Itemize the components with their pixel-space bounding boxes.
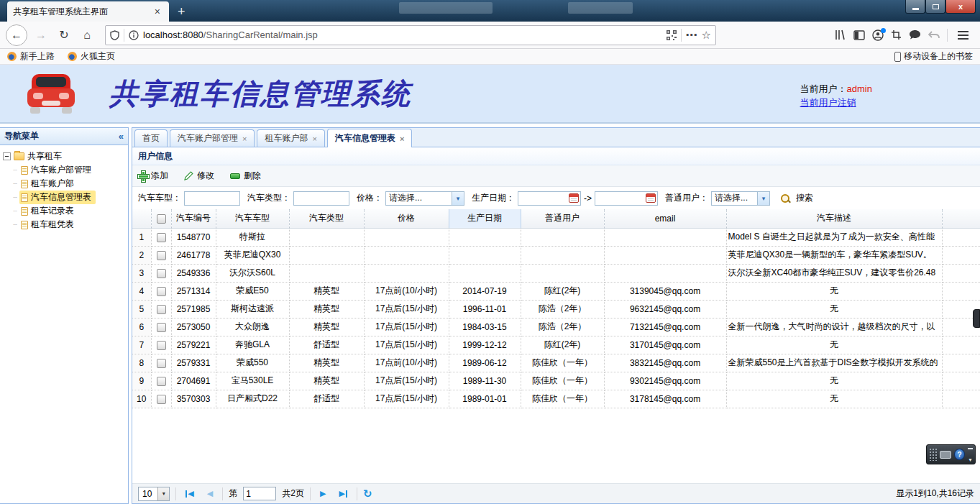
- mobile-bookmarks[interactable]: 移动设备上的书签: [894, 50, 973, 63]
- search-button[interactable]: 搜索: [796, 192, 813, 204]
- model-input[interactable]: [184, 191, 240, 206]
- user-select[interactable]: 请选择...▾: [711, 191, 770, 206]
- drag-handle-icon[interactable]: [929, 448, 937, 461]
- chevron-down-icon[interactable]: ▾: [757, 192, 769, 205]
- tab-close-icon[interactable]: ×: [242, 134, 247, 143]
- table-row[interactable]: 32549336沃尔沃S60L沃尔沃全新XC40都市豪华纯正SUV，建议零售价2…: [132, 264, 980, 282]
- content-tab[interactable]: 首页: [134, 129, 168, 147]
- sidebar-item[interactable]: ┄租车租凭表: [3, 218, 125, 232]
- col-header[interactable]: 汽车类型: [289, 209, 364, 228]
- table-row[interactable]: 22461778英菲尼迪QX30英菲尼迪QX30是一辆新型的车，豪华车紧凑型SU…: [132, 246, 980, 264]
- next-page-button[interactable]: ▶: [316, 489, 329, 498]
- sidebar-toggle-icon[interactable]: [853, 30, 865, 40]
- chevron-down-icon[interactable]: ▾: [452, 192, 464, 205]
- table-row[interactable]: 103570303日产厢式D22舒适型17点后(15/小时)1989-01-01…: [132, 390, 980, 408]
- checkbox-icon[interactable]: [157, 359, 166, 368]
- bookmark-item[interactable]: 新手上路: [7, 50, 55, 63]
- row-checkbox[interactable]: [151, 372, 171, 390]
- sidebar-item[interactable]: ┄租车账户部: [3, 177, 125, 191]
- undo-icon[interactable]: [928, 30, 940, 40]
- content-tab[interactable]: 汽车账户部管理×: [170, 129, 255, 147]
- ime-options-icon[interactable]: ▼: [968, 457, 973, 462]
- logout-link[interactable]: 当前用户注销: [800, 96, 872, 109]
- tab-close-icon[interactable]: ×: [312, 134, 316, 143]
- checkbox-icon[interactable]: [157, 269, 166, 278]
- browser-tab[interactable]: 共享租车管理系统主界面 ×: [7, 1, 169, 22]
- collapse-icon[interactable]: «: [119, 131, 124, 142]
- row-checkbox[interactable]: [151, 246, 171, 264]
- checkbox-icon[interactable]: [157, 214, 166, 224]
- forward-button[interactable]: →: [32, 26, 50, 45]
- delete-button[interactable]: 删除: [230, 170, 261, 182]
- row-checkbox[interactable]: [151, 282, 171, 300]
- refresh-icon[interactable]: ↻: [363, 487, 372, 500]
- col-header[interactable]: email: [604, 209, 726, 228]
- date-to-input[interactable]: [595, 191, 658, 206]
- first-page-button[interactable]: ◀: [182, 489, 197, 498]
- prev-page-button[interactable]: ◀: [203, 489, 216, 498]
- table-row[interactable]: 62573050大众朗逸精英型17点后(15/小时)1984-03-15陈浩（2…: [132, 318, 980, 336]
- date-from-input[interactable]: [518, 191, 581, 206]
- calendar-icon[interactable]: [569, 193, 579, 203]
- window-minimize-button[interactable]: [905, 0, 925, 14]
- last-page-button[interactable]: ▶: [335, 489, 350, 498]
- keyboard-icon[interactable]: [940, 451, 951, 459]
- sidebar-item[interactable]: ┄汽车信息管理表: [3, 191, 125, 204]
- col-header[interactable]: 汽车编号: [171, 209, 216, 228]
- row-checkbox[interactable]: [151, 228, 171, 246]
- checkbox-icon[interactable]: [157, 233, 166, 242]
- bookmark-item[interactable]: 火狐主页: [68, 50, 115, 63]
- edge-widget[interactable]: [973, 309, 980, 328]
- edit-button[interactable]: 修改: [184, 170, 214, 182]
- select-all-header[interactable]: [151, 209, 171, 228]
- table-row[interactable]: 42571314荣威E50精英型17点前(10/小时)2014-07-19陈红(…: [132, 282, 980, 300]
- ime-language-bar[interactable]: ? ▼: [926, 444, 976, 464]
- row-checkbox[interactable]: [151, 264, 171, 282]
- checkbox-icon[interactable]: [157, 395, 166, 404]
- row-checkbox[interactable]: [151, 336, 171, 354]
- back-button[interactable]: ←: [6, 24, 27, 46]
- row-checkbox[interactable]: [151, 318, 171, 336]
- calendar-icon[interactable]: [646, 193, 656, 203]
- col-header[interactable]: 生产日期: [449, 209, 521, 228]
- table-row[interactable]: 72579221奔驰GLA舒适型17点后(15/小时)1999-12-12陈红(…: [132, 336, 980, 354]
- url-bar[interactable]: localhost:8080/SharingCarRental/main.jsp…: [105, 25, 716, 45]
- table-row[interactable]: 52571985斯柯达速派精英型17点后(15/小时)1996-11-01陈浩（…: [132, 300, 980, 318]
- bookmark-star-icon[interactable]: ☆: [702, 29, 711, 42]
- menu-icon[interactable]: [955, 31, 971, 40]
- row-checkbox[interactable]: [151, 354, 171, 372]
- window-close-button[interactable]: x: [945, 0, 976, 14]
- new-tab-button[interactable]: +: [169, 1, 194, 22]
- url-text[interactable]: localhost:8080/SharingCarRental/main.jsp: [143, 29, 662, 40]
- info-icon[interactable]: [129, 30, 139, 40]
- home-button[interactable]: ⌂: [78, 26, 96, 45]
- checkbox-icon[interactable]: [157, 287, 166, 296]
- row-checkbox[interactable]: [151, 300, 171, 318]
- add-button[interactable]: 添加: [138, 170, 168, 182]
- sidebar-item[interactable]: ┄租车记录表: [3, 204, 125, 218]
- chat-icon[interactable]: [909, 29, 921, 40]
- checkbox-icon[interactable]: [157, 305, 166, 314]
- page-size-select[interactable]: 10▾: [138, 487, 170, 501]
- help-icon[interactable]: ?: [954, 449, 965, 460]
- page-number-input[interactable]: [243, 487, 276, 500]
- reload-button[interactable]: ↻: [55, 26, 73, 45]
- chevron-down-icon[interactable]: ▾: [157, 487, 169, 500]
- content-tab[interactable]: 汽车信息管理表×: [327, 129, 412, 147]
- content-tab[interactable]: 租车账户部×: [257, 129, 324, 147]
- col-header[interactable]: 汽车车型: [216, 209, 289, 228]
- table-row[interactable]: 92704691宝马530LE精英型17点后(15/小时)1989-11-30陈…: [132, 372, 980, 390]
- sidebar-item[interactable]: ┄汽车账户部管理: [3, 163, 125, 177]
- checkbox-icon[interactable]: [157, 377, 166, 386]
- tab-close-icon[interactable]: ×: [152, 6, 163, 17]
- ime-minimize-icon[interactable]: [968, 448, 973, 449]
- library-icon[interactable]: [835, 29, 846, 40]
- page-actions-icon[interactable]: ⋯: [686, 28, 697, 42]
- screenshot-icon[interactable]: [891, 29, 902, 40]
- tree-expand-icon[interactable]: [3, 152, 11, 160]
- type-input[interactable]: [293, 191, 349, 206]
- col-header[interactable]: 普通用户: [521, 209, 604, 228]
- checkbox-icon[interactable]: [157, 341, 166, 350]
- checkbox-icon[interactable]: [157, 323, 166, 332]
- row-checkbox[interactable]: [151, 390, 171, 408]
